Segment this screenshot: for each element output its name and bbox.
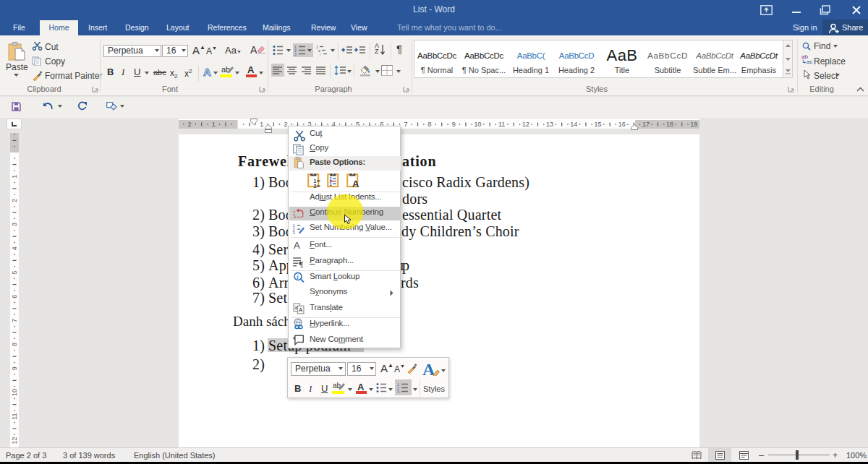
svg-text:7: 7 — [11, 319, 18, 322]
svg-text:15: 15 — [594, 121, 601, 128]
svg-text:18: 18 — [666, 121, 673, 128]
svg-text:2: 2 — [314, 184, 317, 189]
svg-text:17: 17 — [642, 121, 650, 128]
svg-text:1: 1 — [260, 121, 263, 128]
svg-text:2: 2 — [284, 121, 287, 128]
svg-text:11: 11 — [11, 413, 18, 420]
svg-text:10: 10 — [474, 121, 481, 128]
svg-text:1: 1 — [329, 176, 332, 181]
svg-text:11: 11 — [498, 121, 505, 128]
svg-text:10: 10 — [11, 389, 18, 396]
svg-text:19: 19 — [690, 121, 697, 128]
svg-text:14: 14 — [570, 121, 577, 128]
svg-text:1: 1 — [329, 181, 332, 186]
svg-text:i: i — [320, 52, 320, 56]
svg-text:7: 7 — [404, 121, 407, 128]
svg-text:16: 16 — [618, 121, 626, 128]
svg-text:1: 1 — [212, 121, 216, 128]
svg-text:3: 3 — [397, 390, 399, 393]
svg-text:i: i — [297, 273, 299, 280]
svg-text:¶: ¶ — [299, 259, 304, 268]
svg-text:12: 12 — [522, 121, 529, 128]
svg-text:8: 8 — [428, 121, 432, 128]
svg-text:3: 3 — [294, 52, 297, 56]
svg-text:A: A — [352, 179, 359, 188]
svg-text:12: 12 — [11, 437, 18, 444]
svg-text:2: 2 — [188, 121, 192, 128]
svg-text:13: 13 — [546, 121, 553, 128]
svg-text:9: 9 — [452, 121, 456, 128]
svg-text:3: 3 — [292, 231, 294, 234]
